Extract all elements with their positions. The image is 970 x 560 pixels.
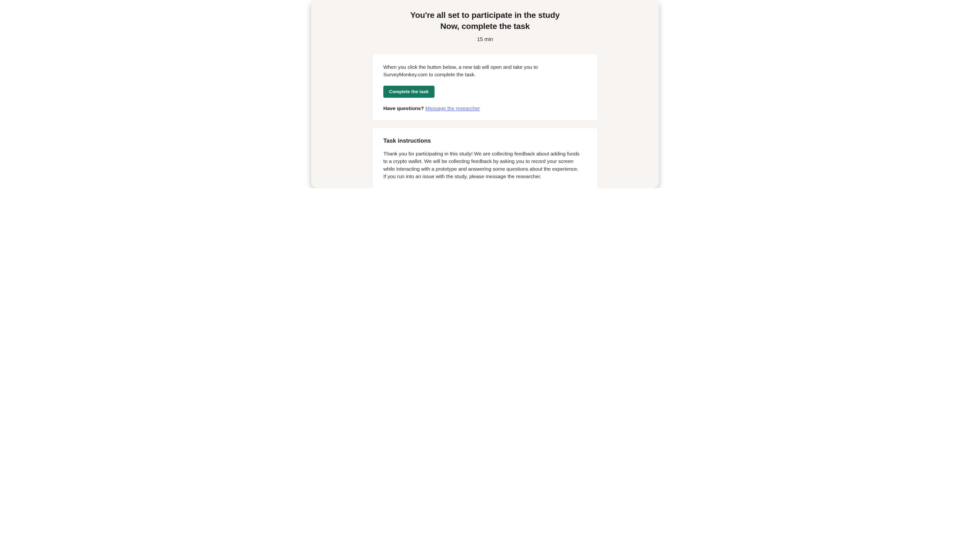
duration-label: 15 min: [319, 36, 651, 42]
task-card: When you click the button below, a new t…: [373, 54, 597, 120]
instructions-card: Task instructions Thank you for particip…: [373, 128, 597, 188]
page-title-line2: Now, complete the task: [440, 22, 530, 31]
task-intro-text: When you click the button below, a new t…: [383, 63, 567, 78]
study-window: You're all set to participate in the stu…: [311, 0, 659, 188]
message-researcher-link[interactable]: Message the researcher: [425, 105, 480, 111]
question-row: Have questions? Message the researcher: [383, 105, 587, 111]
page-title: You're all set to participate in the stu…: [319, 10, 651, 32]
instructions-body: Thank you for participating in this stud…: [383, 150, 581, 180]
question-label: Have questions?: [383, 105, 425, 111]
page-title-line1: You're all set to participate in the stu…: [411, 10, 559, 20]
page-header: You're all set to participate in the stu…: [319, 10, 651, 42]
content-column: When you click the button below, a new t…: [373, 54, 597, 188]
complete-task-button[interactable]: Complete the task: [383, 86, 434, 98]
instructions-title: Task instructions: [383, 137, 587, 144]
